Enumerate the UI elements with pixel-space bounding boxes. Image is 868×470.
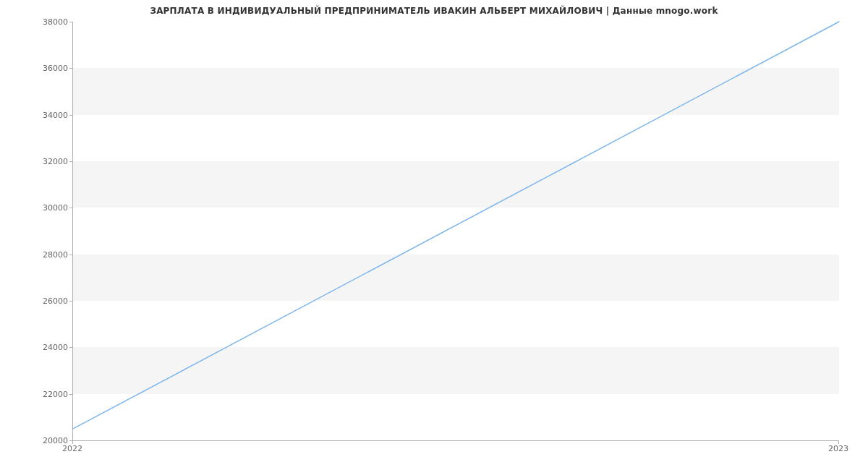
chart-title: ЗАРПЛАТА В ИНДИВИДУАЛЬНЫЙ ПРЕДПРИНИМАТЕЛ… — [0, 6, 868, 16]
y-tick-label: 36000 — [25, 64, 68, 73]
y-tick-mark — [69, 394, 73, 395]
y-tick-mark — [69, 22, 73, 22]
y-tick-mark — [69, 347, 73, 348]
y-tick-mark — [69, 208, 73, 208]
y-tick-label: 38000 — [25, 17, 68, 27]
y-tick-label: 34000 — [25, 110, 68, 119]
y-tick-label: 32000 — [25, 157, 68, 166]
y-tick-label: 22000 — [25, 389, 68, 398]
y-tick-label: 30000 — [25, 203, 68, 213]
y-tick-mark — [69, 68, 73, 69]
y-tick-label: 28000 — [25, 249, 68, 259]
y-tick-label: 24000 — [25, 343, 68, 352]
y-tick-mark — [69, 161, 73, 162]
y-tick-label: 20000 — [25, 436, 68, 445]
y-tick-mark — [69, 301, 73, 302]
y-tick-mark — [69, 255, 73, 255]
x-tick-label: 2023 — [828, 444, 848, 453]
y-tick-mark — [69, 115, 73, 116]
y-tick-label: 26000 — [25, 296, 68, 306]
chart-line-layer — [73, 22, 839, 440]
plot-area — [72, 22, 839, 441]
series-line — [73, 22, 839, 429]
x-tick-label: 2022 — [62, 444, 82, 453]
